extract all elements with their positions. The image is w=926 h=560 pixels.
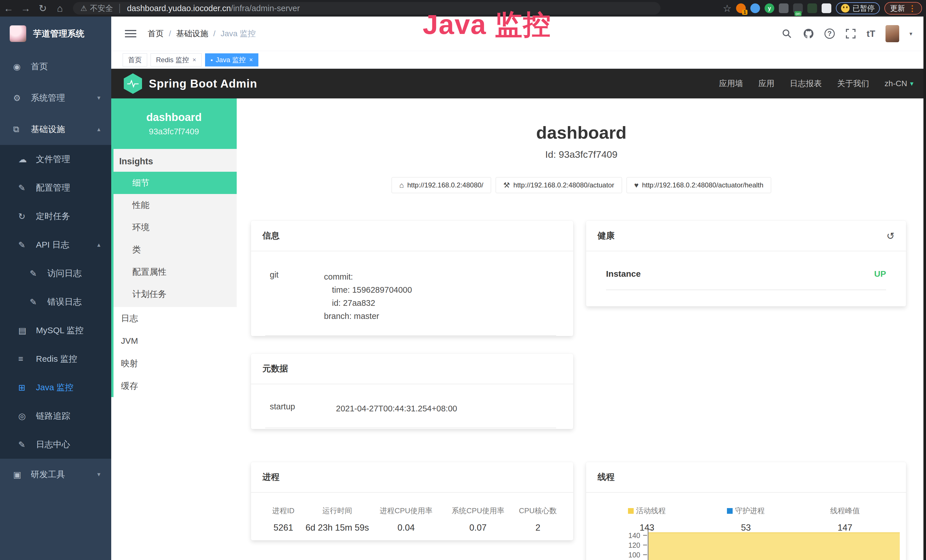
browser-reload-icon[interactable]: ↻ — [34, 3, 51, 14]
chevron-down-icon: ▾ — [97, 471, 100, 478]
sidebar-item-label: 系统管理 — [31, 92, 65, 104]
sidebar-item-mysql-monitor[interactable]: ▤ MySQL 监控 — [0, 316, 111, 345]
browser-menu-icon[interactable]: ⋮ — [908, 4, 916, 13]
sidebar-item-redis-monitor[interactable]: ≡ Redis 监控 — [0, 345, 111, 373]
sidebar-item-config-mgmt[interactable]: ✎ 配置管理 — [0, 173, 111, 202]
menu-item-details[interactable]: 细节 — [111, 172, 237, 194]
tick-mark — [643, 545, 647, 545]
text-size-icon[interactable]: tT — [867, 29, 875, 39]
extension-pin-icon[interactable] — [750, 3, 760, 13]
col-header-pid: 进程ID — [262, 506, 304, 516]
sidebar-item-home[interactable]: ◉ 首页 — [0, 51, 111, 82]
close-icon[interactable]: × — [192, 56, 196, 64]
actuator-url-button[interactable]: ⚒ http://192.168.0.2:48080/actuator — [496, 177, 622, 193]
sidebar-item-java-monitor[interactable]: ⊞ Java 监控 — [0, 373, 111, 402]
tab-redis-monitor[interactable]: Redis 监控 × — [151, 53, 202, 67]
sidebar-item-label: 配置管理 — [36, 182, 70, 194]
breadcrumb-home[interactable]: 首页 — [148, 28, 164, 39]
menu-item-scheduled-tasks[interactable]: 计划任务 — [113, 283, 237, 305]
tab-home[interactable]: 首页 — [123, 53, 147, 67]
sidebar-item-scheduled-jobs[interactable]: ↻ 定时任务 — [0, 202, 111, 230]
menu-item-mappings[interactable]: 映射 — [113, 352, 237, 375]
help-icon[interactable]: ? — [825, 29, 835, 39]
sidebar-item-file-mgmt[interactable]: ☁ 文件管理 — [0, 145, 111, 173]
extension-grid-icon[interactable] — [779, 3, 788, 13]
daemon-threads-swatch-icon — [727, 508, 732, 514]
locale-selector[interactable]: zh-CN ▾ — [885, 79, 914, 88]
extension-list-icon[interactable]: on — [793, 3, 803, 13]
sidebar-item-tracing[interactable]: ◎ 链路追踪 — [0, 402, 111, 430]
browser-back-icon[interactable]: ← — [0, 3, 17, 14]
sidebar-item-access-log[interactable]: ✎ 访问日志 — [0, 259, 111, 288]
history-icon[interactable]: ↺ — [887, 230, 895, 242]
browser-home-icon[interactable]: ⌂ — [51, 3, 68, 14]
breadcrumb-infrastructure[interactable]: 基础设施 — [176, 28, 208, 39]
database-icon: ▤ — [18, 325, 31, 336]
info-key: git — [270, 270, 324, 322]
extension-leaf-icon[interactable] — [807, 3, 817, 13]
sidebar-item-infrastructure[interactable]: ⧉ 基础设施 ▴ — [0, 114, 111, 145]
health-instance-label: Instance — [606, 269, 641, 279]
close-icon[interactable]: × — [249, 56, 253, 64]
user-menu-caret-icon[interactable]: ▾ — [909, 30, 912, 37]
chevron-down-icon: ▾ — [97, 94, 100, 101]
github-icon[interactable] — [803, 28, 814, 39]
instance-header[interactable]: dashboard 93a3fc7f7409 — [111, 98, 237, 149]
chevron-up-icon: ▴ — [97, 126, 100, 133]
extension-orange-icon[interactable]: 1 — [736, 3, 746, 13]
fullscreen-icon[interactable] — [845, 28, 856, 39]
service-url-button[interactable]: ⌂ http://192.168.0.2:48080/ — [392, 177, 491, 193]
hamburger-icon[interactable] — [125, 28, 136, 39]
health-url-button[interactable]: ♥ http://192.168.0.2:48080/actuator/heal… — [626, 177, 771, 193]
threads-card-title: 线程 — [586, 462, 906, 493]
app-logo-avatar — [10, 26, 26, 42]
sidebar-item-dev-tools[interactable]: ▣ 研发工具 ▾ — [0, 459, 111, 490]
extension-y-icon[interactable]: y — [764, 3, 774, 13]
paused-extension-pill[interactable]: 已暂停 — [836, 2, 880, 14]
divider — [606, 289, 886, 290]
bookmark-star-icon[interactable]: ☆ — [723, 3, 731, 14]
sidebar-item-label: 研发工具 — [31, 469, 65, 480]
address-bar[interactable]: ⚠ 不安全 │ dashboard.yudao.iocoder.cn /infr… — [73, 2, 661, 15]
user-avatar[interactable] — [885, 25, 899, 42]
sba-instance-sidebar: dashboard 93a3fc7f7409 Insights 细节 性能 环境… — [111, 98, 237, 560]
tick-mark — [643, 535, 647, 536]
app-logo-row[interactable]: 芋道管理系统 — [0, 17, 111, 51]
breadcrumb-separator: / — [169, 29, 171, 38]
browser-forward-icon[interactable]: → — [17, 3, 34, 14]
security-label[interactable]: 不安全 — [90, 3, 113, 14]
sidebar-item-label: 文件管理 — [36, 153, 70, 165]
sba-link-wallboard[interactable]: 应用墙 — [719, 78, 743, 89]
java-monitor-icon: ⊞ — [18, 383, 31, 392]
sidebar-item-label: Java 监控 — [36, 382, 74, 394]
spring-boot-admin-logo-icon[interactable] — [124, 73, 142, 94]
search-icon[interactable] — [781, 28, 793, 39]
sidebar-item-error-log[interactable]: ✎ 错误日志 — [0, 288, 111, 316]
menu-item-logs[interactable]: 日志 — [113, 307, 237, 330]
briefcase-icon: ▣ — [13, 469, 26, 480]
menu-item-jvm[interactable]: JVM — [113, 330, 237, 352]
sidebar-item-log-center[interactable]: ✎ 日志中心 — [0, 430, 111, 459]
locale-label: zh-CN — [885, 79, 907, 88]
sba-brand-title[interactable]: Spring Boot Admin — [149, 77, 257, 90]
menu-item-environment[interactable]: 环境 — [113, 216, 237, 239]
sidebar-item-system-mgmt[interactable]: ⚙ 系统管理 ▾ — [0, 82, 111, 114]
extensions-puzzle-icon[interactable] — [822, 3, 831, 13]
metadata-card: 元数据 startup 2021-04-27T00:44:31.254+08:0… — [251, 354, 573, 429]
sidebar-item-api-log[interactable]: ✎ API 日志 ▴ — [0, 230, 111, 259]
menu-item-caches[interactable]: 缓存 — [113, 375, 237, 397]
menu-item-config-props[interactable]: 配置属性 — [113, 261, 237, 283]
tab-java-monitor[interactable]: ● Java 监控 × — [205, 53, 259, 67]
menu-item-classes[interactable]: 类 — [113, 239, 237, 261]
chrome-update-button[interactable]: 更新 ⋮ — [884, 2, 922, 15]
root-menu-items: 日志 JVM 映射 缓存 — [113, 307, 237, 397]
infrastructure-submenu: ☁ 文件管理 ✎ 配置管理 ↻ 定时任务 ✎ API 日志 ▴ ✎ 访问日志 ✎… — [0, 145, 111, 459]
status-badge: UP — [874, 269, 886, 279]
sba-link-about[interactable]: 关于我们 — [837, 78, 869, 89]
y-axis-tick-140: 140 — [614, 531, 640, 540]
menu-item-metrics[interactable]: 性能 — [113, 194, 237, 216]
main-content: dashboard Id: 93a3fc7f7409 ⌂ http://192.… — [237, 98, 926, 560]
instance-id-subtitle: Id: 93a3fc7f7409 — [237, 149, 926, 160]
sba-link-journal[interactable]: 日志报表 — [790, 78, 822, 89]
sba-link-applications[interactable]: 应用 — [759, 78, 775, 89]
